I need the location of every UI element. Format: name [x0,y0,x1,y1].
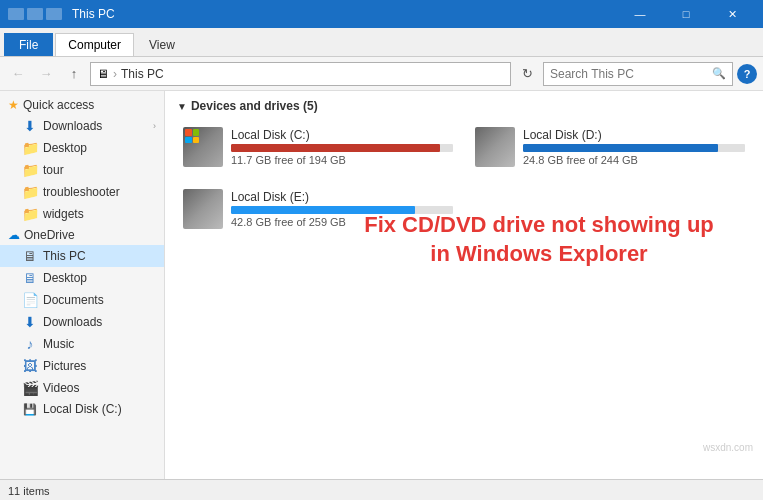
drive-e-thumbnail [183,189,223,229]
folder-icon: 📁 [22,162,38,178]
drive-e-free: 42.8 GB free of 259 GB [231,216,453,228]
sidebar-item-desktop-thispc[interactable]: 🖥 Desktop [0,267,164,289]
drive-d-bar-bg [523,144,745,152]
tab-view[interactable]: View [136,33,188,56]
drive-d-free: 24.8 GB free of 244 GB [523,154,745,166]
drive-e-bar-bg [231,206,453,214]
sidebar-item-tour[interactable]: 📁 tour [0,159,164,181]
sidebar-item-label: Documents [43,293,104,307]
win-logo-sq-2 [193,129,200,136]
minimize-button[interactable]: — [617,0,663,28]
search-box[interactable]: 🔍 [543,62,733,86]
section-header: ▼ Devices and drives (5) [177,99,751,113]
up-button[interactable]: ↑ [62,62,86,86]
window-title: This PC [72,7,115,21]
drive-e[interactable]: Local Disk (E:) 42.8 GB free of 259 GB [177,183,459,235]
drive-d-name: Local Disk (D:) [523,128,745,142]
download-icon: ⬇ [22,314,38,330]
drive-c[interactable]: Local Disk (C:) 11.7 GB free of 194 GB [177,121,459,173]
expand-arrow: › [153,121,156,131]
sidebar-item-desktop-quick[interactable]: 📁 Desktop [0,137,164,159]
sidebar-item-label: tour [43,163,64,177]
music-icon: ♪ [22,336,38,352]
save-icon [8,8,24,20]
drive-d-info: Local Disk (D:) 24.8 GB free of 244 GB [523,128,745,166]
main-layout: ★ Quick access ⬇ Downloads › 📁 Desktop 📁… [0,91,763,479]
sidebar-item-thispc[interactable]: 🖥 This PC [0,245,164,267]
drives-grid: Local Disk (C:) 11.7 GB free of 194 GB L… [177,121,751,235]
path-computer-icon: 🖥 [97,67,109,81]
drive-c-bar-fill [231,144,440,152]
window-icons [8,8,62,20]
maximize-button[interactable]: □ [663,0,709,28]
watermark: wsxdn.com [703,442,753,453]
download-icon: ⬇ [22,118,38,134]
drive-c-info: Local Disk (C:) 11.7 GB free of 194 GB [231,128,453,166]
tab-computer[interactable]: Computer [55,33,134,56]
drive-e-bar-fill [231,206,415,214]
star-icon: ★ [8,98,19,112]
path-separator: › [113,67,117,81]
search-icon: 🔍 [712,67,726,80]
chevron-down-icon: ▼ [177,101,187,112]
win-logo-sq-4 [193,137,200,144]
address-path[interactable]: 🖥 › This PC [90,62,511,86]
sidebar-item-label: Desktop [43,271,87,285]
sidebar-item-troubleshooter[interactable]: 📁 troubleshooter [0,181,164,203]
title-bar: This PC — □ ✕ [0,0,763,28]
drive-c-bar-bg [231,144,453,152]
sidebar-item-localdisk-c[interactable]: 💾 Local Disk (C:) [0,399,164,419]
sidebar-item-label: Downloads [43,119,102,133]
drive-e-info: Local Disk (E:) 42.8 GB free of 259 GB [231,190,453,228]
sidebar-group-onedrive[interactable]: ☁ OneDrive [0,225,164,245]
thispc-label: This PC [43,249,86,263]
drive-c-free: 11.7 GB free of 194 GB [231,154,453,166]
sidebar-item-downloads-thispc[interactable]: ⬇ Downloads [0,311,164,333]
sidebar-item-music[interactable]: ♪ Music [0,333,164,355]
drive-c-name: Local Disk (C:) [231,128,453,142]
sidebar-item-documents[interactable]: 📄 Documents [0,289,164,311]
help-button[interactable]: ? [737,64,757,84]
redo-icon [46,8,62,20]
sidebar-group-quick-access[interactable]: ★ Quick access [0,95,164,115]
computer-icon: 🖥 [22,248,38,264]
drive-d-thumbnail [475,127,515,167]
address-bar: ← → ↑ 🖥 › This PC ↻ 🔍 ? [0,57,763,91]
ribbon-tabs: File Computer View [0,28,763,56]
onedrive-label: OneDrive [24,228,75,242]
desktop-icon: 🖥 [22,270,38,286]
undo-icon [27,8,43,20]
sidebar-item-videos[interactable]: 🎬 Videos [0,377,164,399]
pictures-icon: 🖼 [22,358,38,374]
status-bar: 11 items [0,479,763,500]
sidebar-item-label: Desktop [43,141,87,155]
quick-access-label: Quick access [23,98,94,112]
documents-icon: 📄 [22,292,38,308]
sidebar-item-label: Pictures [43,359,86,373]
drive-c-thumbnail [183,127,223,167]
section-title: Devices and drives (5) [191,99,318,113]
forward-button[interactable]: → [34,62,58,86]
sidebar-item-widgets[interactable]: 📁 widgets [0,203,164,225]
close-button[interactable]: ✕ [709,0,755,28]
back-button[interactable]: ← [6,62,30,86]
sidebar-item-label: troubleshooter [43,185,120,199]
drive-d[interactable]: Local Disk (D:) 24.8 GB free of 244 GB [469,121,751,173]
window-controls: — □ ✕ [617,0,755,28]
sidebar-item-downloads-quick[interactable]: ⬇ Downloads › [0,115,164,137]
folder-icon: 📁 [22,206,38,222]
sidebar-item-label: Downloads [43,315,102,329]
sidebar: ★ Quick access ⬇ Downloads › 📁 Desktop 📁… [0,91,165,479]
windows-logo [185,129,199,143]
refresh-button[interactable]: ↻ [515,62,539,86]
item-count: 11 items [8,485,50,497]
videos-icon: 🎬 [22,380,38,396]
sidebar-item-label: Music [43,337,74,351]
sidebar-item-pictures[interactable]: 🖼 Pictures [0,355,164,377]
win-logo-sq-1 [185,129,192,136]
sidebar-item-label: Local Disk (C:) [43,402,122,416]
tab-file[interactable]: File [4,33,53,56]
drive-d-bar-fill [523,144,718,152]
search-input[interactable] [550,67,708,81]
content-area: ▼ Devices and drives (5) Local Disk (C:) [165,91,763,479]
